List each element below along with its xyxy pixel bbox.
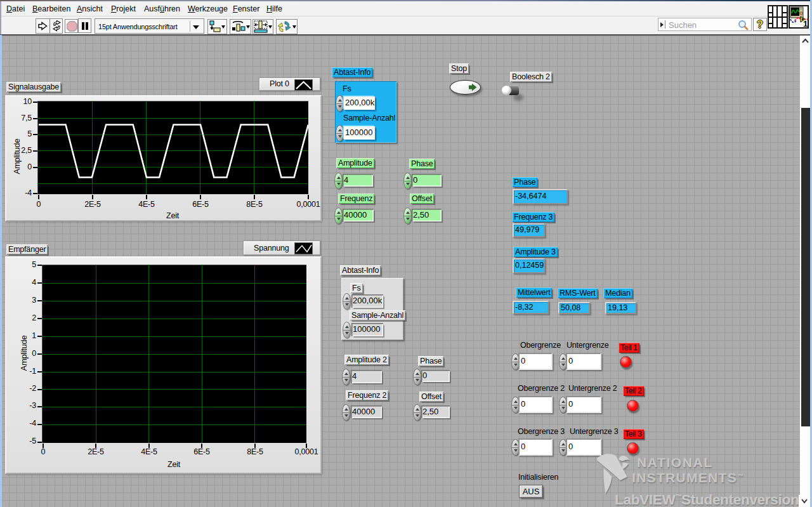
svg-text:1: 1 (803, 19, 808, 27)
